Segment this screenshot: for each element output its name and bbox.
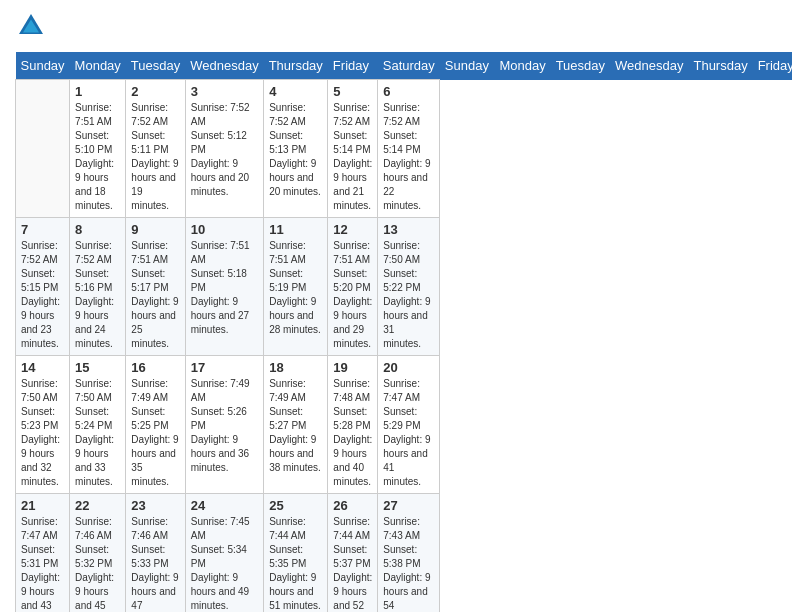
day-number: 2 [131,84,179,99]
day-info: Sunrise: 7:44 AMSunset: 5:35 PMDaylight:… [269,515,322,612]
day-number: 5 [333,84,372,99]
day-cell: 4Sunrise: 7:52 AMSunset: 5:13 PMDaylight… [264,80,328,218]
day-cell: 5Sunrise: 7:52 AMSunset: 5:14 PMDaylight… [328,80,378,218]
day-cell: 7Sunrise: 7:52 AMSunset: 5:15 PMDaylight… [16,218,70,356]
col-header-thursday: Thursday [688,52,752,80]
day-cell: 17Sunrise: 7:49 AMSunset: 5:26 PMDayligh… [185,356,263,494]
day-info: Sunrise: 7:52 AMSunset: 5:13 PMDaylight:… [269,101,322,199]
day-number: 25 [269,498,322,513]
day-number: 10 [191,222,258,237]
col-header-friday: Friday [753,52,792,80]
day-cell: 26Sunrise: 7:44 AMSunset: 5:37 PMDayligh… [328,494,378,613]
col-header-thursday: Thursday [264,52,328,80]
page-header [15,10,777,42]
week-row-4: 21Sunrise: 7:47 AMSunset: 5:31 PMDayligh… [16,494,793,613]
day-cell: 18Sunrise: 7:49 AMSunset: 5:27 PMDayligh… [264,356,328,494]
day-cell: 3Sunrise: 7:52 AMSunset: 5:12 PMDaylight… [185,80,263,218]
day-number: 15 [75,360,120,375]
day-info: Sunrise: 7:50 AMSunset: 5:24 PMDaylight:… [75,377,120,489]
col-header-tuesday: Tuesday [126,52,185,80]
day-cell: 25Sunrise: 7:44 AMSunset: 5:35 PMDayligh… [264,494,328,613]
day-cell: 20Sunrise: 7:47 AMSunset: 5:29 PMDayligh… [378,356,440,494]
col-header-sunday: Sunday [16,52,70,80]
day-number: 23 [131,498,179,513]
col-header-wednesday: Wednesday [610,52,688,80]
day-info: Sunrise: 7:50 AMSunset: 5:22 PMDaylight:… [383,239,434,351]
col-header-monday: Monday [70,52,126,80]
day-cell: 10Sunrise: 7:51 AMSunset: 5:18 PMDayligh… [185,218,263,356]
day-info: Sunrise: 7:51 AMSunset: 5:19 PMDaylight:… [269,239,322,337]
day-info: Sunrise: 7:51 AMSunset: 5:10 PMDaylight:… [75,101,120,213]
day-info: Sunrise: 7:50 AMSunset: 5:23 PMDaylight:… [21,377,64,489]
day-number: 6 [383,84,434,99]
day-number: 1 [75,84,120,99]
day-cell: 8Sunrise: 7:52 AMSunset: 5:16 PMDaylight… [70,218,126,356]
day-cell: 16Sunrise: 7:49 AMSunset: 5:25 PMDayligh… [126,356,185,494]
day-cell: 6Sunrise: 7:52 AMSunset: 5:14 PMDaylight… [378,80,440,218]
day-info: Sunrise: 7:46 AMSunset: 5:33 PMDaylight:… [131,515,179,612]
day-cell: 12Sunrise: 7:51 AMSunset: 5:20 PMDayligh… [328,218,378,356]
day-number: 12 [333,222,372,237]
day-cell: 2Sunrise: 7:52 AMSunset: 5:11 PMDaylight… [126,80,185,218]
day-info: Sunrise: 7:49 AMSunset: 5:27 PMDaylight:… [269,377,322,475]
day-cell: 1Sunrise: 7:51 AMSunset: 5:10 PMDaylight… [70,80,126,218]
col-header-saturday: Saturday [378,52,440,80]
day-number: 27 [383,498,434,513]
day-info: Sunrise: 7:47 AMSunset: 5:29 PMDaylight:… [383,377,434,489]
day-cell: 24Sunrise: 7:45 AMSunset: 5:34 PMDayligh… [185,494,263,613]
day-info: Sunrise: 7:47 AMSunset: 5:31 PMDaylight:… [21,515,64,612]
day-number: 22 [75,498,120,513]
week-row-2: 7Sunrise: 7:52 AMSunset: 5:15 PMDaylight… [16,218,793,356]
day-number: 11 [269,222,322,237]
day-info: Sunrise: 7:52 AMSunset: 5:14 PMDaylight:… [383,101,434,213]
logo [15,10,51,42]
day-info: Sunrise: 7:44 AMSunset: 5:37 PMDaylight:… [333,515,372,612]
day-number: 7 [21,222,64,237]
day-info: Sunrise: 7:51 AMSunset: 5:20 PMDaylight:… [333,239,372,351]
day-number: 24 [191,498,258,513]
day-info: Sunrise: 7:51 AMSunset: 5:17 PMDaylight:… [131,239,179,351]
day-cell: 27Sunrise: 7:43 AMSunset: 5:38 PMDayligh… [378,494,440,613]
day-cell: 14Sunrise: 7:50 AMSunset: 5:23 PMDayligh… [16,356,70,494]
day-number: 26 [333,498,372,513]
day-cell: 22Sunrise: 7:46 AMSunset: 5:32 PMDayligh… [70,494,126,613]
day-cell: 15Sunrise: 7:50 AMSunset: 5:24 PMDayligh… [70,356,126,494]
day-info: Sunrise: 7:48 AMSunset: 5:28 PMDaylight:… [333,377,372,489]
day-cell: 23Sunrise: 7:46 AMSunset: 5:33 PMDayligh… [126,494,185,613]
day-info: Sunrise: 7:49 AMSunset: 5:26 PMDaylight:… [191,377,258,475]
week-row-1: 1Sunrise: 7:51 AMSunset: 5:10 PMDaylight… [16,80,793,218]
day-info: Sunrise: 7:52 AMSunset: 5:14 PMDaylight:… [333,101,372,213]
day-info: Sunrise: 7:49 AMSunset: 5:25 PMDaylight:… [131,377,179,489]
day-number: 14 [21,360,64,375]
col-header-tuesday: Tuesday [551,52,610,80]
day-number: 3 [191,84,258,99]
day-info: Sunrise: 7:43 AMSunset: 5:38 PMDaylight:… [383,515,434,612]
day-number: 13 [383,222,434,237]
calendar-table: SundayMondayTuesdayWednesdayThursdayFrid… [15,52,792,612]
col-header-friday: Friday [328,52,378,80]
day-info: Sunrise: 7:45 AMSunset: 5:34 PMDaylight:… [191,515,258,612]
day-number: 17 [191,360,258,375]
day-number: 18 [269,360,322,375]
day-number: 16 [131,360,179,375]
col-header-sunday: Sunday [440,52,495,80]
logo-icon [15,10,47,42]
day-info: Sunrise: 7:52 AMSunset: 5:11 PMDaylight:… [131,101,179,213]
day-number: 21 [21,498,64,513]
day-cell: 11Sunrise: 7:51 AMSunset: 5:19 PMDayligh… [264,218,328,356]
day-cell [16,80,70,218]
day-cell: 9Sunrise: 7:51 AMSunset: 5:17 PMDaylight… [126,218,185,356]
day-number: 20 [383,360,434,375]
day-info: Sunrise: 7:46 AMSunset: 5:32 PMDaylight:… [75,515,120,612]
day-info: Sunrise: 7:52 AMSunset: 5:16 PMDaylight:… [75,239,120,351]
day-cell: 13Sunrise: 7:50 AMSunset: 5:22 PMDayligh… [378,218,440,356]
week-row-3: 14Sunrise: 7:50 AMSunset: 5:23 PMDayligh… [16,356,793,494]
day-cell: 21Sunrise: 7:47 AMSunset: 5:31 PMDayligh… [16,494,70,613]
day-info: Sunrise: 7:52 AMSunset: 5:15 PMDaylight:… [21,239,64,351]
day-number: 9 [131,222,179,237]
day-number: 19 [333,360,372,375]
day-number: 4 [269,84,322,99]
header-row: SundayMondayTuesdayWednesdayThursdayFrid… [16,52,793,80]
day-cell: 19Sunrise: 7:48 AMSunset: 5:28 PMDayligh… [328,356,378,494]
day-number: 8 [75,222,120,237]
